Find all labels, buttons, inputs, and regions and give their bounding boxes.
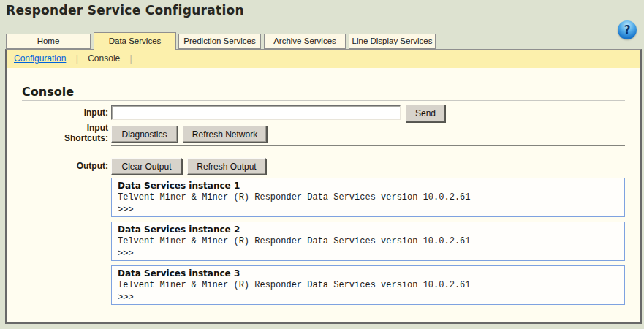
output-panel-prompt: >>> (118, 292, 618, 304)
output-panel-banner: Telvent Miner & Miner (R) Responder Data… (118, 279, 618, 292)
input-label: Input: (22, 107, 108, 118)
refresh-network-button[interactable]: Refresh Network (183, 126, 267, 143)
console-heading: Console (22, 85, 74, 99)
subnav-band: Configuration | Console | (7, 50, 640, 68)
refresh-output-button[interactable]: Refresh Output (187, 158, 266, 175)
console-input-field[interactable] (111, 105, 401, 120)
clear-output-button[interactable]: Clear Output (111, 158, 182, 175)
tab-prediction-services[interactable]: Prediction Services (178, 34, 261, 49)
output-panel-banner: Telvent Miner & Miner (R) Responder Data… (118, 192, 618, 204)
send-button[interactable]: Send (406, 105, 445, 122)
output-panel-instance-2: Data Services instance 2 Telvent Miner &… (111, 222, 625, 261)
tab-home[interactable]: Home (6, 34, 91, 49)
subnav-separator: | (76, 53, 78, 64)
shortcuts-divider (111, 145, 625, 146)
output-label: Output: (22, 161, 108, 171)
tab-archive-services[interactable]: Archive Services (264, 34, 346, 49)
subnav-link-configuration[interactable]: Configuration (14, 53, 66, 64)
output-panel-prompt: >>> (118, 204, 618, 216)
help-icon[interactable]: ? (618, 20, 637, 39)
page-title: Responder Service Configuration (6, 3, 244, 18)
content-panel: Configuration | Console | Console Input:… (5, 49, 642, 324)
output-panel-title: Data Services instance 1 (118, 181, 618, 192)
output-panel-instance-1: Data Services instance 1 Telvent Miner &… (111, 178, 625, 217)
input-shortcuts-label: Input Shortcuts: (22, 123, 108, 143)
input-shortcuts-label-line1: Input (22, 123, 108, 133)
input-shortcuts-label-line2: Shortcuts: (22, 133, 108, 143)
output-panel-prompt: >>> (118, 248, 618, 260)
heading-divider (22, 100, 625, 101)
tab-line-display-services[interactable]: Line Display Services (349, 34, 436, 49)
subnav-separator: | (130, 53, 132, 64)
output-panel-instance-3: Data Services instance 3 Telvent Miner &… (111, 265, 625, 305)
output-panel-title: Data Services instance 2 (118, 224, 618, 235)
output-panel-banner: Telvent Miner & Miner (R) Responder Data… (118, 235, 618, 248)
tab-data-services[interactable]: Data Services (94, 32, 176, 50)
subnav-item-console: Console (88, 53, 120, 64)
diagnostics-button[interactable]: Diagnostics (111, 126, 178, 143)
output-panel-title: Data Services instance 3 (118, 268, 618, 279)
